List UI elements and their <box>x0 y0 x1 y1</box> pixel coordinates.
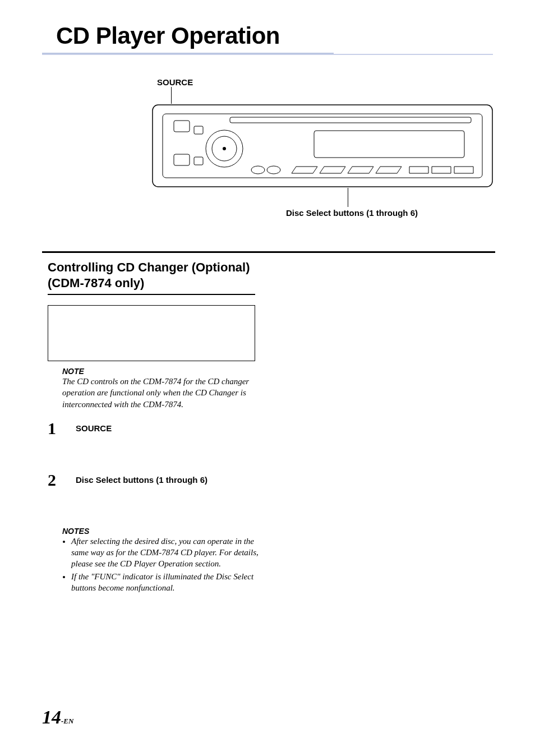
svg-rect-1 <box>163 114 482 178</box>
step-body: SOURCE <box>76 420 112 434</box>
step-body: Disc Select buttons (1 through 6) <box>76 472 207 485</box>
disc-select-callout-label: Disc Select buttons (1 through 6) <box>286 208 493 218</box>
notes-item: After selecting the desired disc, you ca… <box>71 536 262 570</box>
svg-rect-10 <box>314 131 464 158</box>
page-title: CD Player Operation <box>56 22 493 49</box>
source-callout-label: SOURCE <box>157 77 493 87</box>
svg-point-11 <box>251 166 265 174</box>
step-1: 1 SOURCE <box>48 420 261 437</box>
title-underline <box>42 53 334 54</box>
note-label: NOTE <box>62 367 261 376</box>
notes-label: NOTES <box>62 527 261 536</box>
step-bold-label: SOURCE <box>76 423 112 433</box>
illustration-placeholder <box>48 305 255 361</box>
notes-item: If the "FUNC" indicator is illuminated t… <box>71 571 262 594</box>
svg-rect-7 <box>174 154 190 165</box>
svg-rect-9 <box>194 157 203 165</box>
disc-select-callout-line <box>348 188 493 207</box>
step-bold-label: Disc Select buttons (1 through 6) <box>76 475 207 485</box>
page-title-wrap: CD Player Operation <box>42 22 493 55</box>
manual-page: CD Player Operation SOURCE <box>0 0 535 756</box>
section-cd-changer: Controlling CD Changer (Optional) (CDM-7… <box>48 260 261 593</box>
step-2: 2 Disc Select buttons (1 through 6) <box>48 472 261 488</box>
head-unit-icon <box>151 104 494 188</box>
svg-rect-2 <box>230 117 471 123</box>
head-unit-diagram: SOURCE <box>151 77 493 218</box>
notes-block: NOTES After selecting the desired disc, … <box>48 527 261 593</box>
source-callout-line <box>171 87 493 104</box>
step-number: 2 <box>48 472 76 488</box>
note-text: The CD controls on the CDM-7874 for the … <box>62 376 256 410</box>
step-number: 1 <box>48 420 76 437</box>
notes-list: After selecting the desired disc, you ca… <box>71 536 262 593</box>
section-top-rule <box>42 251 495 253</box>
svg-rect-6 <box>174 121 190 132</box>
page-number: 14 <box>42 707 61 727</box>
svg-point-5 <box>223 147 226 150</box>
svg-rect-8 <box>194 126 203 134</box>
section-heading: Controlling CD Changer (Optional) (CDM-7… <box>48 260 261 291</box>
page-number-suffix: -EN <box>61 717 73 725</box>
section-heading-underline <box>48 294 255 295</box>
page-footer: 14-EN <box>42 707 73 728</box>
svg-point-12 <box>267 166 280 174</box>
